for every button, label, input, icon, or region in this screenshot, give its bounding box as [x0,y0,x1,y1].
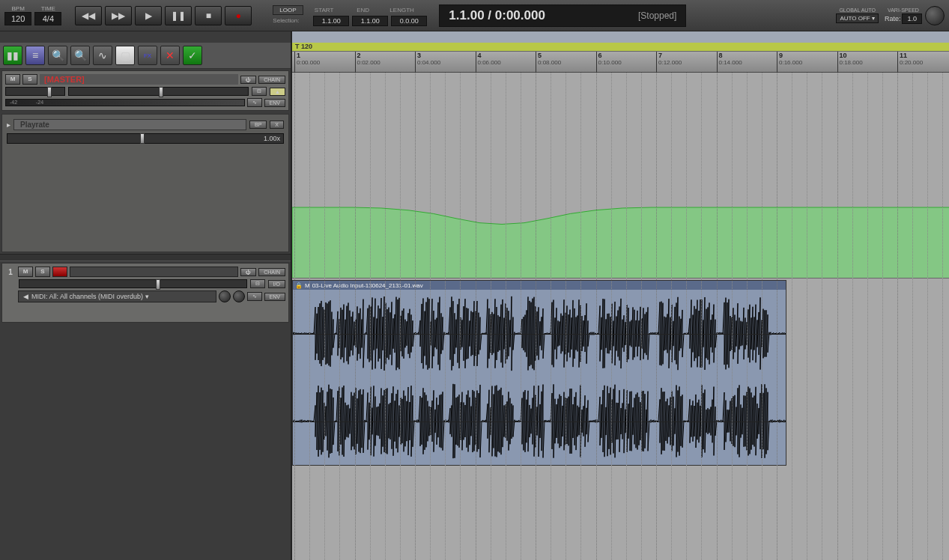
forward-end-button[interactable]: ▶▶ [105,6,132,25]
check-icon[interactable]: ✓ [183,46,202,65]
bpm-label: BPM [12,5,25,12]
ruler-bar-9[interactable]: 90:16.000 [777,52,802,72]
tempo-marker[interactable]: T 120 [295,43,312,50]
rewind-start-button[interactable]: ◀◀ [75,6,102,25]
loop-button[interactable]: LOOP [273,5,303,15]
tempo-strip[interactable]: T 120 [292,43,949,52]
grid-line [415,73,416,560]
rate-value[interactable]: 1.0 [902,13,922,24]
ruler-bar-3[interactable]: 30:04.000 [415,52,440,72]
playrate-chevron-icon[interactable]: ▸ [7,121,10,129]
master-pan-fader[interactable] [68,87,249,96]
start-label: START [306,7,342,13]
ruler-bar-11[interactable]: 110:20.000 [897,52,923,72]
tracks-area[interactable]: 🔒 M 03-Live Audio Input-130624_2131-01.w… [292,73,949,560]
ruler-bar-1[interactable]: 10:00.000 [294,52,320,72]
timesig-box[interactable]: TIME 4/4 [34,5,61,25]
ruler-bar-4[interactable]: 40:06.000 [476,52,501,72]
grid-line [355,73,356,560]
ruler-bar-5[interactable]: 50:08.000 [536,52,561,72]
mixer-icon[interactable]: ≡ [25,46,45,65]
playrate-close-button[interactable]: X [270,121,284,129]
timeline-ruler[interactable]: 10:00.00020:02.00030:04.00040:06.00050:0… [292,52,949,73]
selection-end[interactable]: 1.1.00 [352,16,388,26]
master-env-icon[interactable]: ∿ [247,98,262,107]
selection-start[interactable]: 1.1.00 [313,16,349,26]
audio-clip[interactable]: 🔒 M 03-Live Audio Input-130624_2131-01.w… [292,280,786,466]
track1-name-field[interactable] [70,267,238,277]
track1-mute-button[interactable]: M [18,267,33,277]
envelope-curve[interactable] [292,73,949,278]
track1-record-arm-button[interactable] [52,267,67,277]
midi-icon: ◀ [23,293,28,300]
track1-pan-knob[interactable] [233,290,245,302]
track1-phase-button[interactable]: ⊟ [250,279,265,288]
selection-label: Selection: [273,17,310,24]
track1-midi-label: MIDI: All: All channels (MIDI overdub) ▾ [31,293,149,300]
playrate-envelope-panel: ▸ Playrate BP X 1.00x [1,114,289,252]
panel-divider[interactable] [0,254,291,261]
track-1-header[interactable]: 1 M S ⏻ CHAIN ⊟ I/O ◀ MIDI: All: All cha… [1,263,289,323]
play-button[interactable]: ▶ [135,6,162,25]
bpm-box[interactable]: BPM 120 [4,5,31,25]
master-env-button[interactable]: ENV [264,99,285,107]
global-automation[interactable]: GLOBAL AUTO AUTO OFF ▾ [836,7,879,23]
ruler-bar-6[interactable]: 60:10.000 [596,52,622,72]
bpm-value[interactable]: 120 [4,12,31,25]
playrate-bypass-button[interactable]: BP [249,121,267,129]
transport-bar: BPM 120 TIME 4/4 ◀◀ ▶▶ ▶ ❚❚ ■ ● LOOP STA… [0,0,949,31]
varispeed-knob[interactable] [925,6,945,25]
track1-midi-input[interactable]: ◀ MIDI: All: All channels (MIDI overdub)… [18,290,216,302]
stop-button[interactable]: ■ [195,6,222,25]
ruler-bar-2[interactable]: 20:02.000 [355,52,380,72]
master-power-button[interactable]: ⏻ [240,76,256,84]
track1-fader[interactable] [19,279,247,288]
track1-monitor-knob[interactable] [219,290,231,302]
grid-line [596,73,597,560]
track1-io-button[interactable]: I/O [268,280,285,288]
master-name: [MASTER] [40,74,238,85]
timesig-value[interactable]: 4/4 [34,12,61,25]
playrate-title: Playrate [13,119,246,130]
ruler-bar-7[interactable]: 70:12.000 [656,52,682,72]
track1-lane[interactable]: 🔒 M 03-Live Audio Input-130624_2131-01.w… [292,279,949,469]
master-chain-button[interactable]: CHAIN [258,76,285,84]
ruler-bar-10[interactable]: 100:18.000 [837,52,863,72]
master-mono-button[interactable]: ▲ [270,88,285,96]
grid-line [717,73,718,560]
end-label: END [345,7,381,13]
waveform-right [293,377,786,465]
record-button[interactable]: ● [225,6,252,25]
clip-lock-icon[interactable]: 🔒 [295,282,303,289]
master-stereo-button[interactable]: ⊟ [252,87,267,96]
clip-name: 03-Live Audio Input-130624_2131-01.wav [312,282,423,289]
pause-button[interactable]: ❚❚ [165,6,192,25]
meters-icon[interactable]: ▮▮ [3,46,22,65]
fx-icon[interactable]: FX [138,46,157,65]
master-track-header[interactable]: M S [MASTER] ⏻ CHAIN ⊟ ▲ -42 -24 ∿ ENV [1,70,289,111]
track1-env-icon[interactable]: ∿ [247,292,262,301]
track1-power-button[interactable]: ⏻ [240,268,256,276]
master-automation-lane[interactable] [292,73,949,279]
zoom-out-icon[interactable]: 🔍 [70,46,90,65]
playrate-slider[interactable]: 1.00x [7,133,284,144]
grid-line [837,73,838,560]
track-number: 1 [5,268,16,276]
close-red-icon[interactable]: ✕ [160,46,180,65]
waveform-icon[interactable]: ∿ [93,46,112,65]
ruler-bar-8[interactable]: 80:14.000 [717,52,742,72]
comment-icon[interactable]: ▢ [115,46,135,65]
grid-line [656,73,657,560]
track1-chain-button[interactable]: CHAIN [258,268,285,276]
global-auto-value[interactable]: AUTO OFF ▾ [836,13,879,23]
arrange-view: T 120 10:00.00020:02.00030:04.00040:06.0… [292,31,949,560]
transport-status: [Stopped] [638,10,676,21]
selection-length[interactable]: 0.0.00 [391,16,427,26]
master-mute-button[interactable]: M [5,74,20,85]
playrate-value: 1.00x [264,135,280,142]
track1-solo-button[interactable]: S [35,267,50,277]
master-solo-button[interactable]: S [22,74,37,85]
zoom-in-icon[interactable]: 🔍 [48,46,67,65]
master-vol-meter [5,87,65,96]
track1-env-button[interactable]: ENV [264,293,285,301]
